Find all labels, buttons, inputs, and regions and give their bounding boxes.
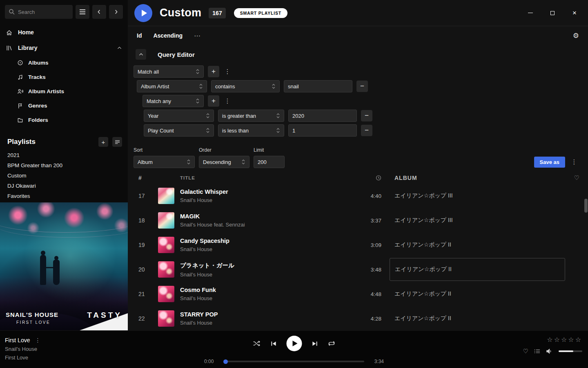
add-group-rule-button[interactable]: + (208, 95, 219, 107)
volume-button[interactable] (546, 348, 553, 354)
track-row[interactable]: 19 Candy SpaceshipSnail's House 3:09 エイリ… (128, 233, 588, 257)
track-row[interactable]: 22 STARRY POPSnail's House 4:28 エイリアン☆ポッ… (128, 306, 588, 330)
order-select[interactable]: Descending (199, 156, 249, 168)
favorite-button[interactable]: ♡ (523, 348, 528, 355)
rule-operator-select[interactable]: contains (211, 80, 280, 92)
match-type-select[interactable]: Match all (134, 65, 204, 78)
column-favorite[interactable]: ♡ (565, 174, 580, 182)
track-album[interactable]: エイリアン☆ポップ II (390, 233, 565, 256)
sort-direction-button[interactable]: Ascending (153, 32, 183, 39)
star-icon: ☆ (568, 336, 575, 343)
elapsed-time: 0:00 (204, 359, 218, 364)
add-playlist-button[interactable]: + (98, 137, 108, 147)
sidebar-item-albums[interactable]: Albums (0, 56, 128, 70)
rule-field-select[interactable]: Year (144, 110, 214, 122)
previous-track-button[interactable] (271, 341, 277, 347)
track-album[interactable]: エイリアン☆ポップ III (390, 184, 565, 207)
play-playlist-button[interactable] (134, 4, 152, 22)
rule-value-input[interactable] (288, 110, 357, 122)
shuffle-button[interactable] (253, 340, 261, 347)
scrollbar-thumb[interactable] (584, 199, 588, 213)
limit-input[interactable] (254, 156, 285, 168)
minimize-button[interactable] (526, 9, 535, 18)
next-track-button[interactable] (312, 341, 318, 347)
track-row[interactable]: 21 Cosmo FunkSnail's House 4:48 エイリアン☆ポッ… (128, 282, 588, 306)
track-artist: Snail's House (180, 246, 355, 252)
remove-rule-button[interactable]: − (356, 81, 368, 92)
track-artist: Snail's House (180, 295, 355, 301)
settings-gear-button[interactable]: ⚙ (573, 31, 579, 40)
rule-field-select[interactable]: Album Artist (137, 80, 207, 92)
menu-button[interactable] (76, 5, 89, 19)
track-album-focused[interactable]: エイリアン☆ポップ II (390, 258, 565, 281)
volume-slider[interactable] (559, 350, 582, 352)
figure-silhouette (46, 267, 54, 268)
sidebar-item-library[interactable]: Library (0, 40, 128, 56)
playlist-item[interactable]: DJ Okawari (0, 181, 128, 191)
now-playing-title[interactable]: First Love (5, 337, 30, 343)
group-match-type-select[interactable]: Match any (143, 95, 204, 107)
add-rule-button[interactable]: + (208, 66, 219, 77)
sidebar-item-genres[interactable]: Genres (0, 99, 128, 113)
remove-rule-button[interactable]: − (361, 110, 372, 121)
rule-menu-button[interactable]: ⋮ (223, 66, 232, 77)
column-album[interactable]: ALBUM (390, 175, 565, 181)
group-menu-button[interactable]: ⋮ (223, 95, 232, 107)
playlist-item[interactable]: BPM Greater than 200 (0, 160, 128, 171)
column-duration[interactable] (355, 175, 384, 181)
maximize-button[interactable] (548, 9, 557, 18)
repeat-button[interactable] (328, 340, 336, 347)
dots-vertical-icon: ⋮ (571, 158, 577, 165)
sort-select[interactable]: Album (134, 156, 195, 168)
nav-back-button[interactable] (92, 5, 106, 19)
save-menu-button[interactable]: ⋮ (570, 156, 578, 168)
track-album[interactable]: エイリアン☆ポップ II (390, 307, 565, 330)
sidebar-item-tracks[interactable]: Tracks (0, 70, 128, 84)
seek-handle[interactable] (223, 359, 228, 364)
playlist-item[interactable]: 2021 (0, 150, 128, 160)
play-pause-button[interactable] (287, 336, 302, 351)
now-playing-artist[interactable]: Snail's House (5, 346, 40, 352)
rule-operator-select[interactable]: is less than (218, 124, 284, 137)
track-title: Galactic Whisper (180, 188, 355, 195)
now-playing-menu-button[interactable]: ⋮ (35, 337, 40, 343)
queue-button[interactable] (534, 349, 540, 354)
now-playing-artwork[interactable]: SNAIL'S HOUSE FIRST LOVE TASTY (0, 202, 128, 330)
rule-field-select[interactable]: Play Count (144, 124, 214, 137)
track-album[interactable]: エイリアン☆ポップ III (390, 209, 565, 232)
sort-field-button[interactable]: Id (137, 32, 142, 39)
collapse-query-editor-button[interactable] (136, 49, 146, 60)
playlist-item[interactable]: Custom (0, 171, 128, 181)
sidebar-item-album-artists[interactable]: Album Artists (0, 84, 128, 99)
minus-icon: − (360, 82, 364, 90)
rule-value-input[interactable] (288, 124, 357, 137)
track-duration: 4:28 (355, 316, 384, 322)
column-title[interactable]: TITLE (180, 175, 355, 180)
track-count-badge: 167 (209, 8, 225, 18)
library-icon (6, 45, 13, 52)
playlist-list-button[interactable] (112, 137, 122, 147)
remove-rule-button[interactable]: − (361, 125, 372, 136)
track-row[interactable]: 18 MAGIKSnail's House feat. Sennzai 3:37… (128, 208, 588, 233)
playlist-item[interactable]: Favorites (0, 191, 128, 201)
rating-stars[interactable]: ☆☆☆☆☆ (547, 336, 582, 343)
rule-operator-select[interactable]: is greater than (218, 110, 284, 122)
nav-forward-button[interactable] (109, 5, 123, 19)
chevron-up-icon[interactable] (117, 45, 122, 51)
save-as-button[interactable]: Save as (534, 157, 565, 168)
track-row[interactable]: 17 Galactic WhisperSnail's House 4:40 エイ… (128, 184, 588, 208)
rule-value-input[interactable] (284, 80, 352, 92)
track-title: MAGIK (180, 213, 355, 220)
column-number[interactable]: # (138, 175, 158, 181)
close-button[interactable]: × (570, 9, 579, 18)
seek-bar[interactable] (224, 361, 364, 362)
star-icon: ☆ (554, 336, 561, 343)
more-options-button[interactable]: ⋯ (194, 32, 200, 40)
now-playing-album[interactable]: First Love (5, 355, 40, 361)
track-title: プラネット・ガール (180, 262, 355, 269)
sidebar-item-folders[interactable]: Folders (0, 113, 128, 127)
sidebar-item-label: Folders (28, 117, 48, 123)
track-row[interactable]: 20 プラネット・ガールSnail's House 3:48 エイリアン☆ポップ… (128, 257, 588, 282)
sidebar-item-home[interactable]: Home (0, 25, 128, 40)
track-album[interactable]: エイリアン☆ポップ II (390, 283, 565, 305)
